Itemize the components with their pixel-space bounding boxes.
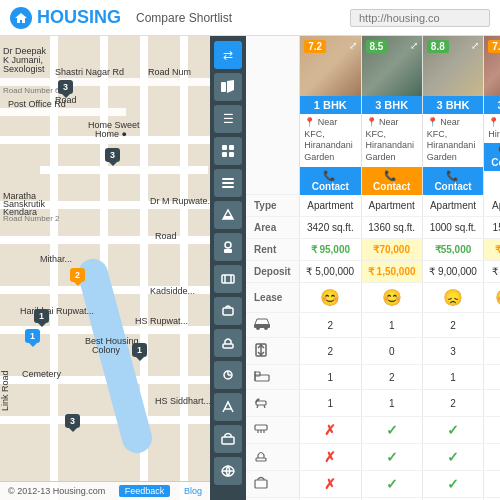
map-label: Haribhai Rupwat... [20,306,94,316]
property-score-4: 7.5 [488,40,500,53]
lift-value-1: 2 [300,338,361,365]
main-layout: Dr Deepak K Jumani, Sexologist Shastri N… [0,36,500,500]
property-image-4: 7.5 ⤢ [484,36,500,96]
map-view-button[interactable] [214,73,242,101]
lease-value-1: 😊 [300,283,361,313]
area-value-3: 1000 sq.ft. [422,217,483,239]
icon8-button[interactable] [214,361,242,389]
lease-value-3: 😞 [422,283,483,313]
icon9-button[interactable] [214,393,242,421]
svg-rect-7 [222,182,234,184]
property-score-1: 7.2 [304,40,326,53]
type-value-4: Apa... [484,195,500,217]
map-marker-orange[interactable]: 2 [70,268,85,282]
lease-value-2: 😊 [361,283,422,313]
icon11-button[interactable] [214,457,242,485]
property-image-3: 8.8 ⤢ [423,36,483,96]
map-marker[interactable]: 3 [65,414,80,428]
map-marker[interactable]: 1 [132,343,147,357]
deposit-value-1: ₹ 5,00,000 [300,261,361,283]
icon4-button[interactable] [214,233,242,261]
sidebar-controls: ⇄ ☰ [210,36,246,500]
map-marker[interactable]: 1 [34,309,49,323]
property-bhk-3: 3 BHK [423,96,483,114]
lease-label: Lease [246,283,300,313]
map-footer: © 2012-13 Housing.com Feedback Blog [0,481,210,500]
property-image-2: 8.5 ⤢ [362,36,422,96]
feature2-value-2: ✓ [361,444,422,471]
feature2-value-3: ✓ [422,444,483,471]
property-location-4: 📍 Ne...Hira... [484,114,500,143]
feature2-label [246,444,300,471]
map-label: HS Siddhart... [155,396,210,406]
lift-value-3: 3 [422,338,483,365]
map-marker[interactable]: 3 [105,148,120,162]
property-contact-2[interactable]: 📞 Contact [362,167,422,195]
map-label: Shastri Nagar Rd [55,67,124,77]
type-label: Type [246,195,300,217]
bath-row: 1 1 2 [246,390,500,417]
map-marker-blue[interactable]: 1 [25,329,40,343]
list-view-button[interactable]: ☰ [214,105,242,133]
rent-row: Rent ₹ 95,000 ₹70,000 ₹55,000 ₹ r... [246,239,500,261]
property-location-1: 📍 Near KFC,HiranandaniGarden [300,114,360,167]
svg-rect-11 [224,249,232,253]
svg-rect-4 [222,152,227,157]
svg-rect-8 [222,186,234,188]
svg-rect-16 [223,344,233,348]
bath-value-3: 2 [422,390,483,417]
property-contact-4[interactable]: 📞 Con... [484,143,500,171]
lease-value-4: 😊 [484,283,500,313]
area-row: Area 3420 sq.ft. 1360 sq.ft. 1000 sq.ft.… [246,217,500,239]
property-bhk-2: 3 BHK [362,96,422,114]
bed-row: 1 2 1 [246,365,500,390]
icon10-button[interactable] [214,425,242,453]
area-value-4: 154... [484,217,500,239]
feature1-value-3: ✓ [422,417,483,444]
expand-icon-1[interactable]: ⤢ [349,40,357,51]
map-label: Dr M Rupwate... [150,196,210,206]
svg-point-25 [264,326,268,330]
parking-value-1: 2 [300,313,361,338]
blog-link[interactable]: Blog [184,486,202,496]
property-contact-1[interactable]: 📞 Contact [300,167,360,195]
property-bhk-1: 1 BHK [300,96,360,114]
area-label: Area [246,217,300,239]
lease-row: Lease 😊 😊 😞 😊 [246,283,500,313]
deposit-row: Deposit ₹ 5,00,000 ₹ 1,50,000 ₹ 9,00,000… [246,261,500,283]
property-image-1: 7.2 ⤢ [300,36,360,96]
logo-text: HOUSING [37,7,121,28]
svg-rect-34 [255,425,267,430]
svg-marker-1 [227,80,234,93]
icon3-button[interactable] [214,201,242,229]
compare-shortlist-link[interactable]: Compare Shortlist [136,11,232,25]
property-contact-3[interactable]: 📞 Contact [423,167,483,195]
logo: HOUSING [10,7,121,29]
logo-icon [10,7,32,29]
compare-area: 7.2 ⤢ 1 BHK 📍 Near KFC,HiranandaniGarden… [246,36,500,500]
expand-icon-2[interactable]: ⤢ [410,40,418,51]
feature3-label [246,471,300,498]
map-label: Post Office Rd [8,99,66,109]
expand-icon-3[interactable]: ⤢ [471,40,479,51]
feedback-button[interactable]: Feedback [119,485,171,497]
svg-point-10 [225,242,231,248]
icon1-button[interactable] [214,137,242,165]
icon2-button[interactable] [214,169,242,197]
swap-view-button[interactable]: ⇄ [214,41,242,69]
icon5-button[interactable] [214,265,242,293]
icon7-button[interactable] [214,329,242,357]
url-bar[interactable]: http://housing.co [350,9,490,27]
parking-row: 2 1 2 [246,313,500,338]
property-card-3: 8.8 ⤢ 3 BHK 📍 Near KFC,HiranandaniGarden… [422,36,483,195]
icon6-button[interactable] [214,297,242,325]
deposit-value-4: ₹ 1,... [484,261,500,283]
map-label: Kadsidde... [150,286,195,296]
map-marker[interactable]: 3 [58,80,73,94]
type-row: Type Apartment Apartment Apartment Apa..… [246,195,500,217]
deposit-value-2: ₹ 1,50,000 [361,261,422,283]
svg-rect-5 [229,152,234,157]
area-value-1: 3420 sq.ft. [300,217,361,239]
map-label: Colony [92,345,120,355]
feature3-value-3: ✓ [422,471,483,498]
